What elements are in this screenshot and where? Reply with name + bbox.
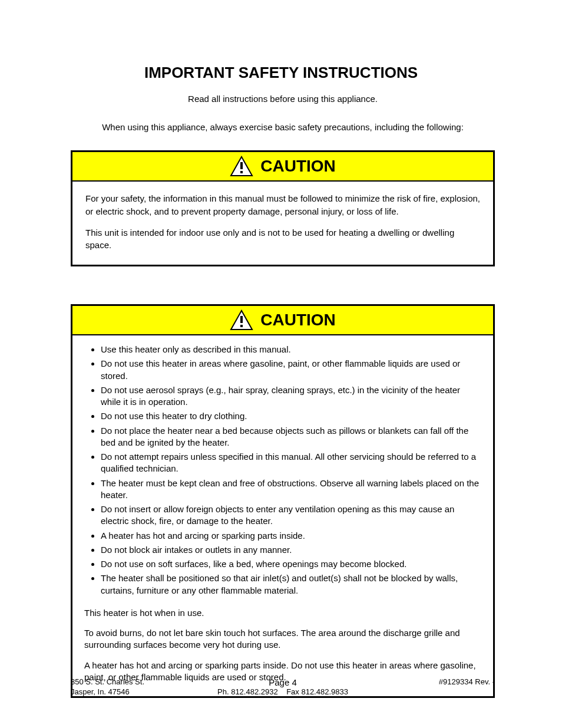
footer-center: Page 4 Ph. 812.482.2932 Fax 812.482.9833 — [71, 677, 495, 696]
caution-label-1: CAUTION — [260, 157, 336, 176]
intro-text-1: Read all instructions before using this … — [71, 93, 495, 105]
footer-page: Page 4 — [71, 677, 495, 687]
caution1-p1: For your safety, the information in this… — [85, 192, 480, 218]
svg-rect-4 — [240, 316, 243, 323]
list-item: Do not use on soft surfaces, like a bed,… — [101, 558, 481, 570]
warning-triangle-icon — [230, 156, 253, 177]
list-item: Do not attempt repairs unless specified … — [101, 451, 481, 475]
list-item: Do not place the heater near a bed becau… — [101, 425, 481, 449]
warning-triangle-icon — [230, 309, 253, 331]
caution-label-2: CAUTION — [260, 311, 336, 330]
list-item: Do not insert or allow foreign objects t… — [101, 503, 481, 528]
caution2-bullet-list: Use this heater only as described in thi… — [84, 344, 481, 597]
page-title: IMPORTANT SAFETY INSTRUCTIONS — [0, 64, 562, 82]
caution2-p1: This heater is hot when in use. — [84, 607, 481, 619]
list-item: Use this heater only as described in thi… — [101, 344, 481, 355]
caution-box-2: CAUTION Use this heater only as describe… — [71, 304, 495, 698]
svg-rect-5 — [240, 325, 243, 327]
list-item: Do not block air intakes or outlets in a… — [101, 544, 481, 556]
caution-body-1: For your safety, the information in this… — [72, 182, 493, 265]
caution-header-1: CAUTION — [72, 152, 493, 182]
svg-rect-2 — [240, 171, 243, 173]
page-footer: 350 S. St. Charles St. Jasper, In. 47546… — [71, 677, 495, 697]
list-item: A heater has hot and arcing or sparking … — [101, 530, 481, 542]
svg-rect-1 — [240, 162, 243, 169]
caution1-p2: This unit is intended for indoor use onl… — [85, 226, 480, 252]
footer-phone: Ph. 812.482.2932 — [217, 687, 278, 696]
caution2-p2: To avoid burns, do not let bare skin tou… — [84, 627, 481, 651]
list-item: Do not use this heater in areas where ga… — [101, 358, 481, 382]
caution-body-2: Use this heater only as described in thi… — [72, 335, 493, 696]
footer-fax: Fax 812.482.9833 — [286, 687, 348, 696]
list-item: The heater shall be positioned so that a… — [101, 572, 481, 597]
list-item: The heater must be kept clean and free o… — [101, 477, 481, 502]
list-item: Do not use this heater to dry clothing. — [101, 410, 481, 422]
list-item: Do not use aerosol sprays (e.g., hair sp… — [101, 384, 481, 409]
caution-header-2: CAUTION — [72, 306, 493, 335]
caution-box-1: CAUTION For your safety, the information… — [71, 150, 495, 266]
intro-text-2: When using this appliance, always exerci… — [71, 121, 495, 133]
